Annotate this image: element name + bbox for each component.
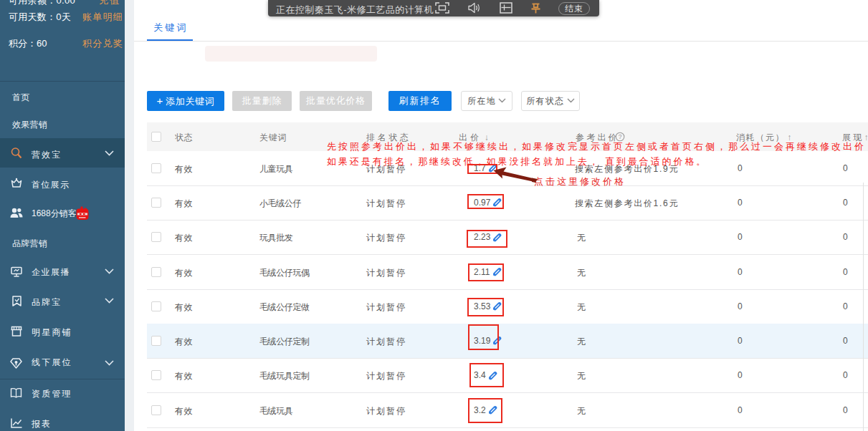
svg-text:?: ? xyxy=(619,133,622,140)
